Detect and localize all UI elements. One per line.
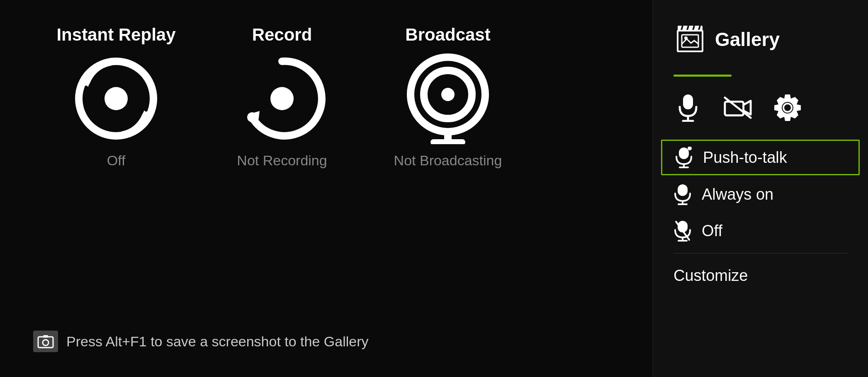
- bottom-section: Press Alt+F1 to save a screenshot to the…: [33, 314, 619, 352]
- broadcast-title: Broadcast: [405, 25, 490, 45]
- gallery-label: Gallery: [715, 28, 780, 51]
- sidebar-menu-divider: [673, 253, 847, 254]
- svg-point-22: [684, 36, 688, 40]
- record-status: Not Recording: [237, 152, 327, 169]
- record-title: Record: [252, 25, 312, 45]
- record-icon: [236, 53, 328, 144]
- svg-point-34: [688, 147, 692, 150]
- gallery-icon: [673, 25, 707, 54]
- mic-off-item[interactable]: Off: [653, 213, 868, 249]
- broadcast-icon: [402, 53, 494, 144]
- svg-rect-14: [43, 335, 48, 338]
- sidebar-menu: Push-to-talk Always on: [653, 139, 868, 249]
- record-block[interactable]: Record Not Recording: [199, 25, 365, 169]
- sidebar-icons-row: [653, 89, 868, 135]
- svg-point-1: [105, 87, 128, 110]
- instant-replay-block[interactable]: Instant Replay Off: [33, 25, 199, 169]
- gallery-item[interactable]: Gallery: [653, 17, 868, 62]
- push-to-talk-item[interactable]: Push-to-talk: [661, 140, 860, 175]
- push-to-talk-icon: [675, 148, 693, 167]
- sidebar-divider: [673, 75, 732, 77]
- instant-replay-status: Off: [107, 152, 126, 169]
- svg-rect-23: [683, 94, 693, 109]
- settings-button[interactable]: [773, 93, 802, 122]
- screenshot-hint: Press Alt+F1 to save a screenshot to the…: [33, 331, 369, 352]
- main-content: Instant Replay Off Record: [0, 0, 652, 377]
- always-on-item[interactable]: Always on: [653, 176, 868, 213]
- sidebar: Gallery: [652, 0, 868, 377]
- screenshot-icon: [33, 331, 58, 352]
- microphone-button[interactable]: [673, 93, 703, 122]
- svg-rect-31: [679, 147, 689, 159]
- svg-rect-35: [678, 184, 688, 196]
- mic-off-icon: [673, 222, 692, 240]
- camera-off-button[interactable]: [723, 93, 752, 122]
- svg-point-5: [270, 87, 294, 110]
- svg-point-13: [43, 340, 49, 346]
- screenshot-hint-text: Press Alt+F1 to save a screenshot to the…: [66, 334, 369, 350]
- svg-point-6: [247, 112, 257, 122]
- broadcast-status: Not Broadcasting: [394, 152, 502, 169]
- features-section: Instant Replay Off Record: [33, 25, 619, 169]
- svg-point-9: [441, 88, 455, 101]
- customize-label: Customize: [673, 267, 748, 284]
- always-on-label: Always on: [702, 186, 773, 203]
- mic-off-label: Off: [702, 222, 722, 240]
- customize-item[interactable]: Customize: [653, 258, 868, 294]
- push-to-talk-label: Push-to-talk: [703, 149, 787, 167]
- always-on-icon: [673, 185, 692, 203]
- instant-replay-title: Instant Replay: [56, 25, 175, 45]
- broadcast-block[interactable]: Broadcast Not Broadcasting: [365, 25, 531, 169]
- instant-replay-icon: [71, 53, 162, 144]
